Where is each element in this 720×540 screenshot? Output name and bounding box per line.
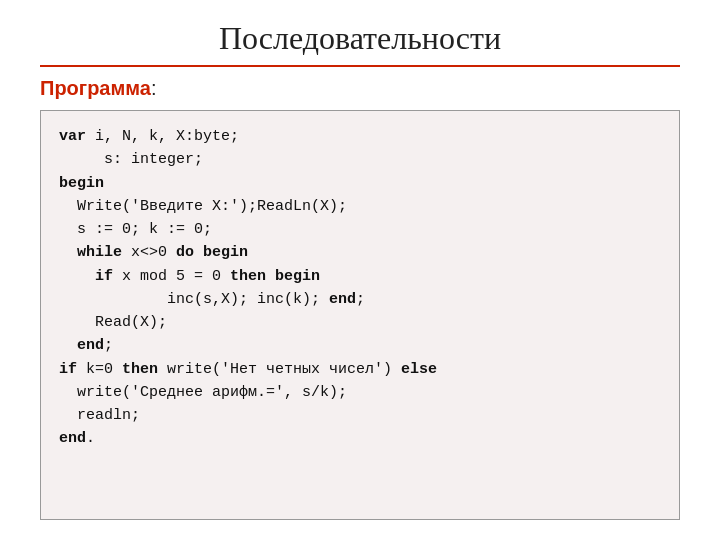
subtitle-bold: Программа xyxy=(40,77,151,99)
subtitle: Программа: xyxy=(40,77,680,100)
page: Последовательности Программа: var i, N, … xyxy=(0,0,720,540)
page-title: Последовательности xyxy=(40,20,680,57)
subtitle-colon: : xyxy=(151,77,157,99)
title-divider xyxy=(40,65,680,67)
code-content: var i, N, k, X:byte; s: integer; begin W… xyxy=(59,125,661,451)
code-box: var i, N, k, X:byte; s: integer; begin W… xyxy=(40,110,680,520)
